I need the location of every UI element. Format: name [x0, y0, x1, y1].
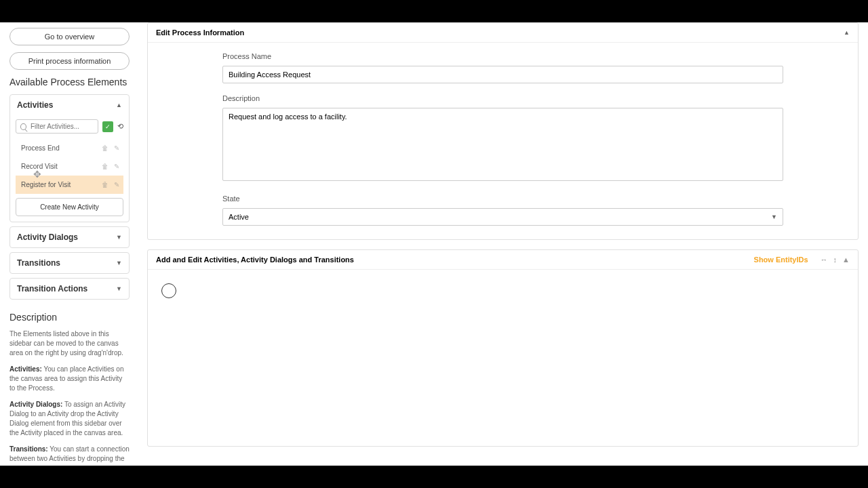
canvas-header: Add and Edit Activities, Activity Dialog…	[156, 256, 354, 264]
state-label: State	[222, 195, 783, 203]
transitions-title: Transitions	[17, 258, 60, 268]
transition-actions-header[interactable]: Transition Actions ▼	[10, 279, 129, 299]
state-select[interactable]: Active	[223, 209, 783, 225]
description-title: Description	[9, 312, 130, 323]
filter-activities-wrap	[16, 119, 98, 134]
activity-label: Process End	[20, 144, 102, 152]
activity-dialogs-title: Activity Dialogs	[17, 232, 78, 242]
caret-down-icon: ▼	[116, 260, 122, 266]
activity-item-record-visit[interactable]: Record Visit 🗑 ✎	[16, 157, 123, 176]
edit-icon[interactable]: ✎	[114, 181, 119, 188]
extend-width-icon[interactable]: ↔	[821, 256, 828, 264]
transitions-header[interactable]: Transitions ▼	[10, 253, 129, 273]
activity-label: Record Visit	[20, 163, 102, 170]
description-textarea[interactable]	[222, 108, 783, 181]
edit-icon[interactable]: ✎	[114, 163, 119, 170]
description-text-2: Activities: You can place Activities on …	[9, 365, 130, 393]
activities-panel-header[interactable]: Activities ▲	[10, 95, 129, 115]
apply-filter-icon[interactable]: ✓	[102, 121, 113, 132]
collapse-icon[interactable]: ▲	[842, 256, 850, 264]
print-process-button[interactable]: Print process information	[9, 52, 130, 70]
caret-down-icon: ▼	[116, 234, 122, 241]
activity-item-process-end[interactable]: Process End 🗑 ✎	[16, 139, 123, 157]
extend-height-icon[interactable]: ↕	[833, 256, 837, 264]
trash-icon[interactable]: 🗑	[102, 163, 108, 170]
edit-icon[interactable]: ✎	[114, 144, 119, 152]
activity-dialogs-header[interactable]: Activity Dialogs ▼	[10, 227, 129, 247]
description-text-4: Transitions: You can start a connection …	[9, 445, 130, 464]
available-elements-title: Available Process Elements	[9, 77, 130, 87]
show-entityids-link[interactable]: Show EntityIDs	[754, 256, 808, 264]
create-activity-button[interactable]: Create New Activity	[16, 198, 123, 216]
canvas-card: Add and Edit Activities, Activity Dialog…	[147, 249, 859, 447]
activity-item-register-visit[interactable]: ✥ Register for Visit 🗑 ✎	[16, 176, 123, 194]
edit-process-card: Edit Process Information ▲ Process Name …	[147, 22, 859, 240]
process-name-input[interactable]	[222, 66, 783, 83]
caret-up-icon: ▲	[116, 102, 122, 108]
canvas-area[interactable]	[148, 270, 858, 446]
caret-down-icon: ▼	[116, 285, 122, 292]
go-overview-button[interactable]: Go to overview	[9, 28, 130, 45]
edit-process-header: Edit Process Information	[156, 28, 244, 37]
process-name-label: Process Name	[222, 52, 783, 60]
description-label: Description	[222, 94, 783, 102]
reload-icon[interactable]: ⟲	[117, 122, 123, 131]
filter-activities-input[interactable]	[31, 123, 94, 130]
canvas-start-node[interactable]	[161, 283, 176, 298]
collapse-icon[interactable]: ▲	[844, 29, 850, 36]
trash-icon[interactable]: 🗑	[102, 144, 108, 152]
state-select-wrap: Active ▼	[222, 208, 783, 226]
activities-panel: Activities ▲ ✓ ⟲ Process End 🗑 ✎	[9, 94, 130, 222]
description-text-3: Activity Dialogs: To assign an Activity …	[9, 400, 130, 438]
description-text-1: The Elements listed above in this sideba…	[9, 329, 130, 358]
activity-label: Register for Visit	[20, 181, 102, 188]
transition-actions-title: Transition Actions	[17, 284, 87, 293]
search-icon	[20, 123, 26, 130]
activities-title: Activities	[17, 100, 53, 110]
trash-icon[interactable]: 🗑	[102, 181, 108, 188]
